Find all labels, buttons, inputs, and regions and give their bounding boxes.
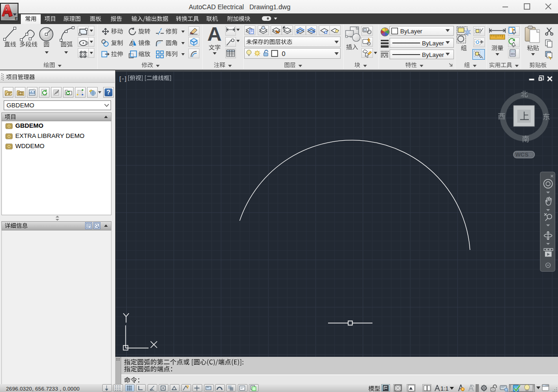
svg-text:E: E [15, 16, 18, 20]
